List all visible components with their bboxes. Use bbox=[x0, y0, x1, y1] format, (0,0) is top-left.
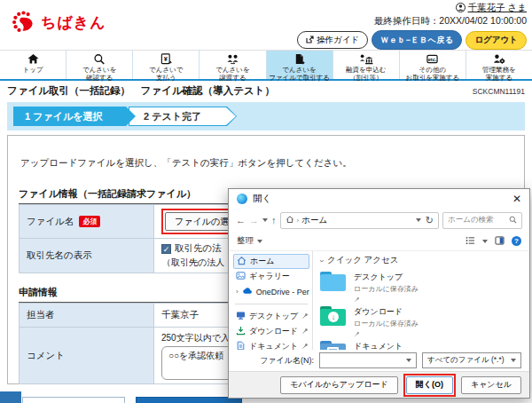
page: { "colors": { "brand_red": "#e60012", "a… bbox=[0, 0, 532, 403]
web-eb-back-button[interactable]: Ｗｅｂ−ＥＢへ戻る bbox=[372, 30, 462, 50]
svg-text:¥: ¥ bbox=[164, 55, 168, 63]
organize-menu[interactable]: 整理 bbox=[237, 235, 262, 247]
refresh-icon[interactable]: ↻ bbox=[426, 215, 434, 226]
partner-checkbox[interactable]: ✓ bbox=[161, 244, 171, 254]
folder-document-icon bbox=[320, 341, 346, 350]
sidebar-item-downloads[interactable]: ダウンロード bbox=[233, 324, 309, 339]
list-item-downloads[interactable]: ↓ ダウンロード ローカルに保存済み bbox=[320, 306, 522, 336]
bank-logo: ちばきん bbox=[12, 10, 106, 36]
back-arrow-icon[interactable]: ← bbox=[236, 215, 246, 225]
cancel-button[interactable]: キャンセル bbox=[461, 376, 521, 394]
list-item-desktop[interactable]: デスクトップ ローカルに保存済み bbox=[320, 272, 522, 301]
staff-label: 担当者 bbox=[27, 309, 55, 320]
close-icon[interactable]: ✕ bbox=[512, 194, 521, 204]
screen-id: SCKCMN11191 bbox=[473, 87, 525, 96]
step-2-test-complete: 2 テスト完了 bbox=[129, 107, 237, 126]
user-name[interactable]: 千葉花子 さま bbox=[468, 2, 527, 14]
address-chevron-icon[interactable] bbox=[416, 218, 421, 222]
sidebar-item-onedrive[interactable]: › OneDrive - Pers bbox=[233, 284, 309, 299]
nav-item-loan[interactable]: 融資を申込む （割引等） bbox=[333, 51, 400, 79]
step-banner: 1 ファイルを選択 2 テスト完了 bbox=[7, 102, 525, 130]
step-1-select-file: 1 ファイルを選択 bbox=[13, 107, 136, 126]
footer-partial-block bbox=[0, 391, 21, 403]
folder-download-icon: ↓ bbox=[320, 306, 346, 326]
partner-checkbox-label: 取引先の法 bbox=[175, 242, 222, 255]
back-button[interactable]: ‹ 戻る bbox=[22, 397, 125, 403]
forward-arrow-icon[interactable]: → bbox=[249, 215, 259, 225]
pin-icon bbox=[301, 328, 309, 336]
download-icon bbox=[236, 326, 246, 337]
test-button[interactable]: テスト › bbox=[136, 397, 242, 403]
guide-button[interactable]: 操作ガイド bbox=[297, 31, 368, 49]
sidebar-item-desktop[interactable]: デスクトップ bbox=[233, 309, 309, 324]
header-right: 千葉花子 さま 最終操作日時：20XX/04/02 10:00:00 操作ガイド… bbox=[297, 2, 527, 50]
pin-icon bbox=[354, 331, 360, 337]
person-bank-icon bbox=[359, 53, 373, 65]
nav-item-confirm[interactable]: でんさいを 確認する bbox=[66, 51, 133, 79]
filename-label: ファイル名(N): bbox=[260, 355, 314, 367]
onedrive-cloud-icon bbox=[242, 287, 253, 296]
list-item-documents[interactable]: ドキュメント ローカルに保存済み bbox=[320, 341, 522, 350]
file-name-label: ファイル名 bbox=[27, 216, 74, 226]
nav-item-top[interactable]: トップ bbox=[0, 51, 66, 79]
partner-display-label: 取引先名の表示 bbox=[27, 249, 92, 260]
file-arrow-icon bbox=[293, 53, 305, 65]
highlight-box: 開く(O) bbox=[403, 374, 456, 397]
person-gear-icon bbox=[492, 53, 505, 65]
chevron-down-icon bbox=[406, 359, 411, 362]
breadcrumb-home[interactable]: ホーム bbox=[301, 215, 327, 226]
breadcrumb-separator: › bbox=[297, 217, 300, 225]
filename-input[interactable] bbox=[319, 352, 417, 368]
preview-panel-icon[interactable] bbox=[495, 236, 505, 247]
dialog-toolbar: 整理 ? bbox=[229, 232, 529, 251]
comment-label: コメント bbox=[27, 350, 65, 360]
etc-icon: etc. bbox=[426, 53, 439, 65]
history-chevron-icon[interactable] bbox=[262, 218, 268, 222]
expand-chevron-icon[interactable]: › bbox=[236, 288, 239, 296]
yen-document-icon: ¥ bbox=[160, 53, 172, 65]
collapse-chevron-icon: › bbox=[317, 259, 326, 262]
mobile-upload-button[interactable]: モバイルからアップロード bbox=[280, 376, 397, 394]
document-icon bbox=[236, 341, 246, 350]
nav-item-other[interactable]: etc. その他の お取引を実施する bbox=[400, 51, 466, 79]
dialog-nav-row: ← → ↑ › ホーム ↻ ホームの検索 bbox=[229, 209, 529, 232]
search-icon bbox=[93, 53, 106, 65]
search-input[interactable]: ホームの検索 bbox=[442, 212, 522, 229]
last-operation-time: 最終操作日時：20XX/04/02 10:00:00 bbox=[297, 15, 527, 28]
home-icon bbox=[237, 256, 246, 267]
transfer-people-icon bbox=[226, 53, 239, 65]
sidebar-item-documents[interactable]: ドキュメント bbox=[233, 339, 309, 350]
file-open-dialog: 開く ✕ ← → ↑ › ホーム ↻ ホームの検索 整理 bbox=[228, 188, 530, 399]
folder-icon bbox=[320, 272, 346, 291]
search-placeholder: ホームの検索 bbox=[448, 215, 509, 225]
edge-browser-icon bbox=[237, 194, 247, 204]
sidebar-item-home[interactable]: ホーム bbox=[233, 254, 309, 269]
filetype-select[interactable]: すべてのファイル (*.*) bbox=[422, 352, 521, 368]
dialog-titlebar[interactable]: 開く ✕ bbox=[229, 189, 529, 209]
dialog-file-list: › クイック アクセス デスクトップ ローカルに保存済み ↓ ダウンロード ロー… bbox=[313, 251, 529, 350]
home-breadcrumb-icon bbox=[286, 215, 294, 225]
pin-icon bbox=[301, 312, 309, 321]
main-nav: トップ でんさいを 確認する ¥ でんさいで 支払う でんさいを 譲渡する でん… bbox=[0, 50, 532, 81]
dialog-sidebar: ホーム ギャラリー › OneDrive - Pers デスクトップ ダウンロー… bbox=[229, 251, 313, 350]
nav-item-transfer[interactable]: でんさいを 譲渡する bbox=[200, 51, 266, 79]
help-icon[interactable]: ? bbox=[512, 236, 521, 246]
view-options-icon[interactable] bbox=[466, 236, 475, 247]
bank-logo-icon bbox=[12, 10, 35, 36]
logout-button[interactable]: ログアウト bbox=[466, 31, 527, 50]
pin-icon bbox=[354, 296, 360, 303]
pin-icon bbox=[301, 343, 309, 351]
address-bar[interactable]: › ホーム ↻ bbox=[280, 212, 440, 229]
nav-item-pay[interactable]: ¥ でんさいで 支払う bbox=[133, 51, 200, 79]
sidebar-item-gallery[interactable]: ギャラリー bbox=[233, 269, 309, 284]
home-icon bbox=[27, 53, 40, 65]
nav-item-file-trade[interactable]: でんさいを ファイルで取引する bbox=[267, 51, 333, 79]
view-chevron-icon[interactable] bbox=[482, 240, 488, 243]
dialog-body: ホーム ギャラリー › OneDrive - Pers デスクトップ ダウンロー… bbox=[229, 251, 529, 350]
nav-item-admin[interactable]: 管理業務を 実施する bbox=[466, 51, 532, 79]
open-button[interactable]: 開く(O) bbox=[406, 376, 453, 394]
bank-logo-text: ちばきん bbox=[41, 12, 106, 33]
header: ちばきん 千葉花子 さま 最終操作日時：20XX/04/02 10:00:00 … bbox=[0, 0, 532, 50]
quick-access-header[interactable]: › クイック アクセス bbox=[320, 255, 522, 266]
up-arrow-icon[interactable]: ↑ bbox=[271, 215, 277, 225]
